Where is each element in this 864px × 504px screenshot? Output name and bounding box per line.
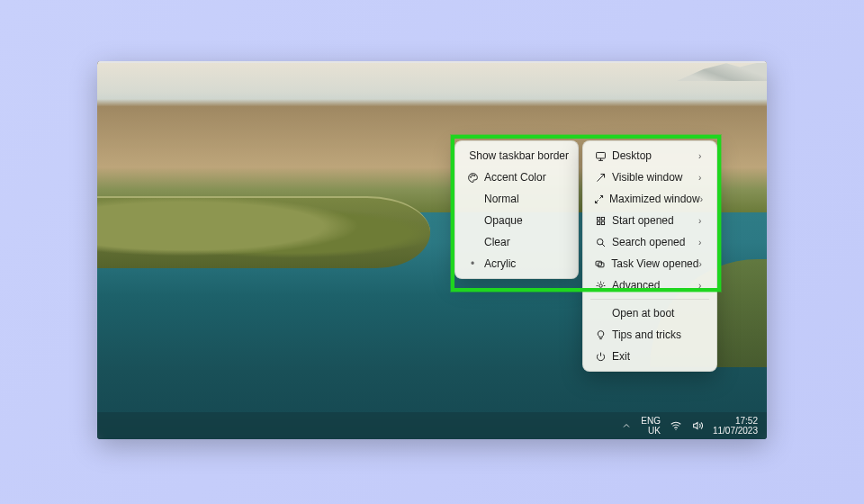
menu-item-desktop[interactable]: Desktop › (587, 145, 713, 166)
svg-point-8 (597, 238, 603, 245)
menu-separator (590, 299, 709, 300)
submenu-item-acrylic[interactable]: Acrylic (459, 253, 574, 274)
menu-item-visible-window[interactable]: Visible window › (587, 166, 713, 188)
chevron-right-icon: › (700, 194, 707, 204)
chevron-right-icon: › (698, 238, 707, 248)
svg-rect-3 (596, 152, 605, 158)
search-icon (592, 237, 608, 248)
menu-label: Tips and tricks (608, 328, 707, 341)
svg-rect-5 (601, 217, 604, 220)
screenshot-card: Show taskbar border Accent Color Normal … (97, 61, 767, 439)
desktop-icon (592, 150, 608, 162)
lang-top: ENG (641, 416, 661, 426)
volume-icon[interactable] (691, 419, 704, 432)
submenu-item-clear[interactable]: Clear (459, 231, 574, 253)
bullet-icon (464, 257, 481, 270)
svg-point-1 (472, 175, 472, 176)
menu-label: Advanced (608, 279, 698, 292)
svg-rect-6 (597, 221, 599, 224)
time: 17:52 (713, 416, 758, 426)
submenu-label: Show taskbar border (465, 149, 569, 162)
svg-rect-9 (596, 261, 602, 266)
svg-rect-7 (601, 221, 604, 224)
submenu-label: Acrylic (481, 257, 569, 270)
menu-item-tips[interactable]: Tips and tricks (587, 324, 713, 346)
submenu-label: Accent Color (481, 171, 569, 184)
submenu-label: Normal (481, 193, 569, 205)
submenu-item-show-border[interactable]: Show taskbar border (459, 145, 574, 166)
menu-label: Desktop (608, 149, 698, 162)
submenu-label: Clear (481, 236, 569, 248)
date: 11/07/2023 (713, 426, 758, 436)
submenu-item-opaque[interactable]: Opaque (459, 210, 574, 231)
taskbar: ENG UK 17:52 11/07/2023 (97, 412, 767, 439)
chevron-right-icon: › (698, 151, 707, 161)
bulb-icon (592, 329, 608, 341)
menu-label: Task View opened (608, 257, 698, 270)
palette-icon (464, 172, 481, 184)
menu-item-start-opened[interactable]: Start opened › (587, 210, 713, 231)
chevron-right-icon: › (698, 281, 707, 291)
submenu-item-accent-color[interactable]: Accent Color (459, 166, 574, 188)
maximize-icon (592, 194, 606, 205)
system-tray: ENG UK 17:52 11/07/2023 (621, 416, 758, 436)
context-menu: Desktop › Visible window › Maximized win… (582, 140, 717, 372)
chevron-right-icon: › (698, 216, 707, 226)
language-indicator[interactable]: ENG UK (641, 416, 661, 436)
gear-icon (592, 280, 608, 292)
menu-label: Open at boot (608, 307, 707, 320)
menu-label: Start opened (608, 214, 698, 227)
top-edge (97, 61, 767, 63)
svg-rect-10 (598, 262, 605, 266)
power-icon (592, 351, 608, 363)
chevron-right-icon: › (698, 173, 707, 183)
menu-label: Exit (608, 350, 707, 363)
menu-item-exit[interactable]: Exit (587, 346, 713, 367)
menu-item-search-opened[interactable]: Search opened › (587, 231, 713, 253)
svg-point-11 (598, 284, 602, 287)
menu-item-advanced[interactable]: Advanced › (587, 274, 713, 296)
start-icon (592, 215, 608, 227)
submenu-advanced: Show taskbar border Accent Color Normal … (454, 140, 579, 279)
clock[interactable]: 17:52 11/07/2023 (713, 416, 758, 436)
menu-item-maximized-window[interactable]: Maximized window › (587, 188, 713, 210)
menu-item-open-at-boot[interactable]: Open at boot (587, 302, 713, 324)
taskview-icon (592, 258, 608, 270)
svg-point-2 (473, 175, 474, 176)
svg-point-0 (470, 176, 471, 177)
chevron-right-icon: › (698, 259, 707, 269)
submenu-item-normal[interactable]: Normal (459, 188, 574, 210)
svg-point-12 (675, 429, 676, 430)
svg-rect-4 (597, 217, 599, 220)
menu-label: Visible window (608, 171, 698, 184)
tray-overflow-button[interactable] (621, 420, 632, 431)
wallpaper-grass (97, 196, 430, 268)
lang-bottom: UK (641, 426, 661, 436)
menu-label: Maximized window (606, 193, 700, 205)
submenu-label: Opaque (481, 214, 569, 227)
menu-item-task-view-opened[interactable]: Task View opened › (587, 253, 713, 274)
wifi-icon[interactable] (670, 419, 682, 432)
menu-label: Search opened (608, 236, 698, 248)
window-icon (592, 172, 608, 184)
